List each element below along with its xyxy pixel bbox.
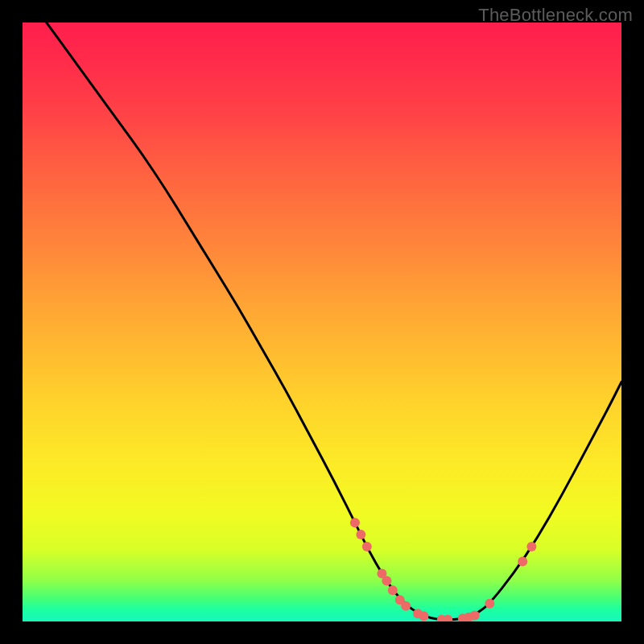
data-point xyxy=(518,557,527,567)
data-point xyxy=(419,611,428,621)
data-point xyxy=(401,601,411,611)
chart-area xyxy=(23,23,621,621)
data-point xyxy=(356,530,365,539)
data-point xyxy=(388,585,398,595)
bottleneck-curve xyxy=(47,23,621,620)
curve-layer xyxy=(23,23,621,621)
data-point xyxy=(350,518,360,527)
data-point xyxy=(526,542,536,551)
data-point xyxy=(362,542,372,551)
watermark-source: TheBottleneck.com xyxy=(478,5,633,26)
data-point xyxy=(485,599,494,609)
data-point xyxy=(470,611,480,621)
data-point xyxy=(382,576,391,585)
